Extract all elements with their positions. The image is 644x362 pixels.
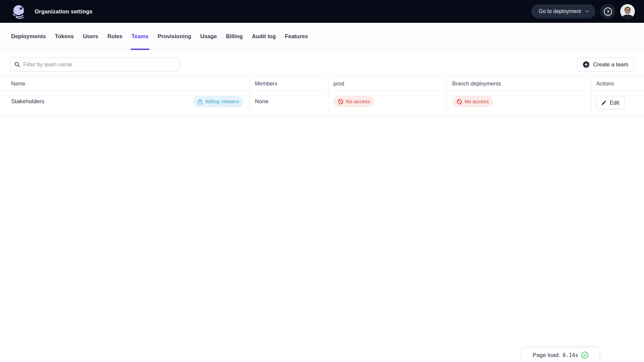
tab-billing[interactable]: Billing <box>226 23 243 50</box>
stopwatch-icon <box>197 99 203 105</box>
column-header-members: Members <box>250 77 328 91</box>
prod-access-label: No access <box>346 99 370 105</box>
octopus-logo-icon <box>11 4 26 19</box>
help-icon: ? <box>603 7 612 16</box>
tab-features[interactable]: Features <box>285 23 308 50</box>
user-avatar[interactable] <box>620 4 635 19</box>
tab-deployments[interactable]: Deployments <box>11 23 46 50</box>
page-load-label: Page load: <box>533 352 560 359</box>
go-to-deployment-label: Go to deployment <box>539 8 581 14</box>
table-row-branch-cell: No access <box>447 91 591 116</box>
members-value: None <box>255 96 269 107</box>
prod-access-badge: No access <box>333 96 374 107</box>
tab-roles[interactable]: Roles <box>107 23 122 50</box>
header-actions: Go to deployment ? <box>531 4 635 19</box>
tab-audit-log[interactable]: Audit log <box>252 23 276 50</box>
team-filter-box[interactable] <box>10 58 180 71</box>
plus-circle-icon <box>583 61 590 68</box>
column-header-actions: Actions <box>591 77 644 91</box>
check-circle-icon <box>581 351 589 359</box>
page-load-value: 0.14s <box>562 352 578 358</box>
tab-teams[interactable]: Teams <box>131 23 149 50</box>
search-icon <box>14 62 20 67</box>
tab-users[interactable]: Users <box>83 23 98 50</box>
edit-team-label: Edit <box>610 100 619 106</box>
create-team-button[interactable]: Create a team <box>577 58 634 71</box>
help-button[interactable]: ? <box>600 4 615 19</box>
tab-provisioning[interactable]: Provisioning <box>158 23 191 50</box>
branch-access-label: No access <box>465 99 489 105</box>
settings-tabbar: Deployments Tokens Users Roles Teams Pro… <box>0 23 644 50</box>
table-row-name-cell: Stakeholders Billing Viewers <box>0 91 250 116</box>
app-header: Organization settings Go to deployment ? <box>0 0 644 23</box>
team-name: Stakeholders <box>11 96 44 107</box>
chevron-down-icon <box>585 9 589 14</box>
page-title: Organization settings <box>35 8 93 15</box>
column-header-branch-deployments: Branch deployments <box>447 77 591 91</box>
page-load-card: Page load: 0.14s <box>522 347 600 362</box>
teams-table: Name Members prod Branch deployments Act… <box>0 76 644 116</box>
branch-access-badge: No access <box>452 96 493 107</box>
column-header-name: Name <box>0 77 250 91</box>
teams-toolbar: Create a team <box>0 50 644 71</box>
svg-text:?: ? <box>606 9 609 14</box>
table-row-members-cell: None <box>250 91 328 116</box>
pencil-icon <box>601 100 607 106</box>
no-entry-icon <box>457 99 462 105</box>
team-filter-input[interactable] <box>23 61 175 68</box>
table-row-prod-cell: No access <box>328 91 447 116</box>
create-team-label: Create a team <box>593 61 628 68</box>
billing-viewers-badge: Billing Viewers <box>193 96 244 107</box>
table-row-actions-cell: Edit <box>591 91 644 116</box>
no-entry-icon <box>338 99 343 105</box>
tab-tokens[interactable]: Tokens <box>55 23 74 50</box>
tab-usage[interactable]: Usage <box>200 23 217 50</box>
go-to-deployment-button[interactable]: Go to deployment <box>531 4 595 18</box>
edit-team-button[interactable]: Edit <box>596 96 625 109</box>
column-header-prod: prod <box>328 77 447 91</box>
billing-viewers-label: Billing Viewers <box>205 99 239 105</box>
